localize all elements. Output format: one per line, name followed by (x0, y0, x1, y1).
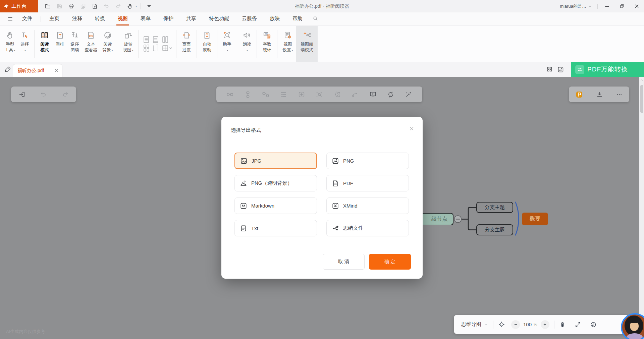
view-mode-select[interactable]: 思维导图 (461, 321, 488, 328)
scroll-up-icon[interactable] (640, 78, 644, 82)
ribbon-read-mode-button[interactable]: 阅读模式 (37, 26, 53, 62)
ribbon-page-layout-button[interactable] (141, 26, 174, 62)
cancel-button[interactable]: 取 消 (323, 254, 365, 270)
menu-tab-注释[interactable]: 注释 (71, 12, 84, 25)
ribbon-page-transition-button[interactable]: 页面过渡 (178, 26, 195, 62)
add-parent-topic-icon[interactable] (226, 91, 234, 98)
export-option-Txt[interactable]: Txt (234, 220, 317, 236)
locate-center-icon[interactable] (498, 321, 505, 328)
zoom-out-button[interactable] (511, 320, 520, 329)
ribbon-hand-tool-button[interactable]: 手型工具▾ (3, 26, 17, 62)
menu-tab-表单[interactable]: 表单 (139, 12, 152, 25)
ribbon-auto-scroll-button[interactable]: 自动滚动 (199, 26, 215, 62)
presentation-icon[interactable] (369, 91, 377, 98)
restore-button[interactable] (614, 0, 629, 12)
ribbon-word-count-button[interactable]: AB字数统计 (259, 26, 275, 62)
pencil-icon[interactable] (5, 66, 11, 72)
fullscreen-icon[interactable] (575, 321, 581, 328)
menu-tab-特色功能[interactable]: 特色功能 (208, 12, 230, 25)
menu-tab-帮助[interactable]: 帮助 (291, 12, 304, 25)
redo-icon[interactable] (62, 91, 69, 98)
pdf-convert-button[interactable]: PDF万能转换 (571, 62, 644, 77)
ribbon-select-tool-button[interactable]: 选择▾ (17, 26, 32, 62)
ribbon-label: 设置▾ (282, 47, 293, 53)
ribbon-label: 视图▾ (123, 47, 133, 53)
dropdown-arrow-icon: ▾ (227, 49, 228, 52)
download-icon[interactable] (596, 91, 603, 98)
save-button[interactable] (55, 2, 64, 11)
add-subtopic-icon[interactable] (262, 91, 269, 98)
document-tab[interactable]: 福昕办公.pdf (13, 64, 62, 77)
search-icon[interactable] (311, 12, 320, 25)
menu-tab-共享[interactable]: 共享 (185, 12, 198, 25)
capture-icon[interactable] (316, 91, 323, 98)
mindmap-summary-node[interactable]: 概要 (522, 213, 548, 225)
ribbon-assistant-button[interactable]: 助手▾ (219, 26, 235, 62)
ribbon-read-aloud-button[interactable]: 朗读▾ (239, 26, 255, 62)
export-option-XMind[interactable]: XMind (326, 197, 409, 214)
hand-mode-button[interactable] (125, 2, 134, 11)
mindmap-branch-node[interactable]: 分支主题 (476, 202, 513, 213)
summary-bracket-icon[interactable] (333, 91, 341, 98)
mindmap-canvas[interactable]: 级节点 分支主题 分支主题 概要 选择导出格式 JPGPNGPNG（透明背景）P… (0, 77, 644, 339)
export-option-Markdown[interactable]: Markdown (234, 197, 317, 214)
export-option-PNG（透明背景）[interactable]: PNG（透明背景） (234, 175, 317, 191)
vertical-scrollbar[interactable] (639, 77, 644, 339)
ribbon-read-background-button[interactable]: 阅读背景▾ (100, 26, 116, 62)
more-icon[interactable] (616, 91, 623, 98)
insert-node-icon[interactable] (298, 91, 305, 98)
grid-view-icon[interactable] (546, 66, 553, 72)
user-account-button[interactable]: miarua的监… (560, 3, 592, 9)
vip-badge-icon[interactable] (575, 91, 583, 99)
ribbon-view-settings-button[interactable]: 视图设置▾ (279, 26, 296, 62)
dialog-close-icon[interactable] (409, 126, 415, 131)
refresh-style-icon[interactable] (387, 91, 394, 98)
customize-toolbar-button[interactable] (145, 2, 153, 11)
print-button[interactable] (67, 2, 75, 11)
export-option-思绪文件[interactable]: 思绪文件 (326, 220, 409, 236)
close-button[interactable] (629, 0, 644, 12)
compass-icon[interactable] (590, 321, 597, 328)
new-document-button[interactable] (90, 2, 99, 11)
minimize-button[interactable] (600, 0, 614, 12)
ribbon-rotate-view-button[interactable]: 旋转视图▾ (120, 26, 136, 62)
menu-tab-云服务[interactable]: 云服务 (240, 12, 258, 25)
zoom-in-button[interactable] (541, 320, 549, 329)
open-file-button[interactable] (43, 2, 52, 11)
mouse-mode-icon[interactable] (559, 321, 566, 328)
menu-tab-保护[interactable]: 保护 (162, 12, 175, 25)
ribbon-reverse-read-button[interactable]: 逆序阅读 (67, 26, 82, 62)
undo-button[interactable] (102, 2, 111, 11)
swap-document-icon[interactable] (557, 66, 564, 73)
menu-tab-转换[interactable]: 转换 (94, 12, 106, 25)
tab-close-icon[interactable] (54, 68, 59, 73)
undo-icon[interactable] (40, 91, 47, 98)
text-viewer-icon (87, 29, 95, 42)
redo-button[interactable] (114, 2, 122, 11)
relation-line-icon[interactable] (351, 91, 359, 98)
menu-tab-主页[interactable]: 主页 (48, 12, 61, 25)
ribbon-label: 选择 (21, 42, 29, 47)
ai-beautify-icon[interactable] (405, 91, 412, 98)
add-sibling-topic-icon[interactable] (244, 91, 252, 98)
confirm-button[interactable]: 确 定 (369, 254, 411, 270)
ribbon-reflow-button[interactable]: 重排 (53, 26, 67, 62)
hamburger-icon[interactable] (7, 12, 13, 25)
mindmap-branch-node[interactable]: 分支主题 (476, 224, 513, 235)
workspace-button[interactable]: 工作台 (0, 0, 38, 12)
ribbon-brainmap-read-mode-button[interactable]: 脑图阅读模式 (296, 26, 318, 62)
option-label: Txt (251, 225, 258, 231)
menu-file[interactable]: 文件 (21, 12, 34, 25)
menu-tab-放映[interactable]: 放映 (268, 12, 281, 25)
user-label: miarua的监… (560, 3, 586, 9)
enter-edit-icon[interactable] (18, 91, 25, 98)
ribbon-text-viewer-button[interactable]: 文本查看器 (82, 26, 100, 62)
export-option-JPG[interactable]: JPG (234, 153, 317, 169)
menu-tab-视图[interactable]: 视图 (116, 12, 129, 25)
export-option-PNG[interactable]: PNG (326, 153, 409, 169)
outline-icon[interactable] (280, 91, 287, 98)
export-option-PDF[interactable]: PDF (326, 175, 409, 191)
copy-page-button[interactable] (78, 2, 87, 11)
ribbon-label: 文本 (87, 42, 95, 47)
scrollbar-thumb[interactable] (640, 85, 643, 113)
